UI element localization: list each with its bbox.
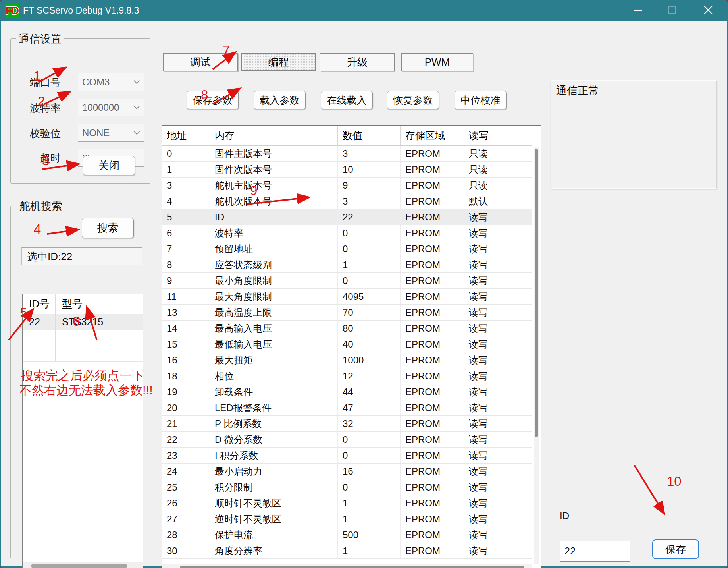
memory-row[interactable]: 1固件次版本号10EPROM只读	[162, 162, 532, 178]
memory-cell: 0	[338, 479, 401, 495]
memory-table-vscroll-thumb[interactable]	[535, 149, 538, 437]
memory-cell: 读写	[464, 495, 532, 511]
memory-cell: 4095	[338, 289, 401, 304]
memory-row[interactable]: 13最高温度上限70EPROM读写	[162, 305, 532, 321]
memory-row[interactable]: 11最大角度限制4095EPROM读写	[162, 289, 532, 305]
tab-编程[interactable]: 编程	[241, 53, 316, 71]
memory-cell: 1000	[338, 352, 401, 368]
field-label-parity-select: 校验位	[16, 127, 61, 141]
app-icon: FD	[5, 4, 19, 18]
memory-row[interactable]: 28保护电流500EPROM读写	[162, 527, 532, 543]
memory-cell: 18	[162, 368, 210, 384]
search-button[interactable]: 搜索	[82, 218, 134, 238]
id-input[interactable]: 22	[560, 541, 630, 562]
close-icon	[703, 5, 713, 15]
param-button-4[interactable]: 恢复参数	[387, 91, 439, 109]
memory-row[interactable]: 19卸载条件44EPROM读写	[162, 384, 532, 400]
memory-row[interactable]: 24最小启动力16EPROM读写	[162, 464, 532, 479]
memory-cell: 读写	[464, 464, 532, 479]
memory-row[interactable]: 0固件主版本号3EPROM只读	[162, 146, 532, 162]
memory-row[interactable]: 20LED报警条件47EPROM读写	[162, 400, 532, 416]
save-button[interactable]: 保存	[652, 539, 699, 559]
tab-升级[interactable]: 升级	[320, 53, 395, 71]
param-button-5[interactable]: 中位校准	[455, 91, 507, 109]
memory-cell: EPROM	[401, 305, 464, 320]
param-button-1[interactable]: 保存参数	[187, 91, 239, 109]
memory-cell: 只读	[464, 146, 532, 161]
memory-cell: 最高温度上限	[210, 305, 338, 320]
close-button[interactable]	[697, 0, 720, 20]
memory-cell: 30	[162, 543, 210, 558]
memory-cell: 最大扭矩	[210, 352, 338, 368]
memory-header-3: 存储区域	[401, 126, 464, 145]
memory-row[interactable]: 16最大扭矩1000EPROM读写	[162, 352, 532, 368]
memory-cell: 15	[162, 336, 210, 352]
memory-cell: 读写	[464, 416, 532, 431]
memory-cell: 3	[162, 178, 210, 193]
memory-cell: 最低输入电压	[210, 336, 338, 352]
memory-row[interactable]: 21P 比例系数32EPROM读写	[162, 416, 532, 432]
memory-cell: EPROM	[401, 464, 464, 479]
memory-row[interactable]: 9最小角度限制0EPROM读写	[162, 273, 532, 289]
memory-cell: EPROM	[401, 289, 464, 304]
memory-row[interactable]: 3舵机主版本号9EPROM只读	[162, 178, 532, 193]
servo-list-hscrollbar[interactable]	[23, 562, 143, 568]
port-select[interactable]: COM3	[78, 73, 144, 91]
memory-row[interactable]: 6波特率0EPROM读写	[162, 225, 532, 241]
param-button-3[interactable]: 在线载入	[321, 91, 373, 109]
memory-cell: 固件主版本号	[210, 146, 338, 161]
memory-cell: 只读	[464, 178, 532, 193]
chevron-down-icon	[134, 129, 140, 135]
memory-cell: 读写	[464, 400, 532, 415]
memory-cell: 16	[338, 464, 401, 479]
id-label: ID	[560, 510, 569, 522]
memory-row[interactable]: 22D 微分系数0EPROM读写	[162, 432, 532, 448]
memory-cell: 80	[338, 321, 401, 336]
memory-cell: EPROM	[401, 178, 464, 193]
memory-cell: 读写	[464, 321, 532, 336]
tab-PWM[interactable]: PWM	[401, 53, 473, 71]
memory-row[interactable]: 8应答状态级别1EPROM读写	[162, 257, 532, 273]
memory-cell: 0	[338, 273, 401, 288]
memory-row[interactable]: 15最低输入电压40EPROM读写	[162, 336, 532, 352]
memory-table-hscroll-thumb[interactable]	[180, 566, 524, 568]
memory-row[interactable]: 5ID22EPROM读写	[162, 209, 532, 225]
close-port-button[interactable]: 关闭	[83, 156, 135, 175]
maximize-button[interactable]	[661, 0, 684, 20]
memory-table-hscrollbar[interactable]	[162, 564, 532, 568]
memory-cell: 21	[162, 416, 210, 431]
baudrate-select[interactable]: 1000000	[78, 99, 144, 116]
memory-cell: 默认	[464, 193, 532, 209]
memory-table-vscrollbar[interactable]	[534, 147, 539, 564]
memory-row[interactable]: 25积分限制0EPROM读写	[162, 479, 532, 495]
servo-list-row[interactable]: 22STS3215	[23, 314, 143, 330]
memory-row[interactable]: 7预留地址0EPROM读写	[162, 241, 532, 257]
comm-settings-title: 通信设置	[16, 32, 64, 46]
annotation-number-4: 4	[34, 222, 41, 236]
memory-row[interactable]: 18相位12EPROM读写	[162, 368, 532, 384]
memory-cell: 40	[338, 336, 401, 352]
memory-cell: 9	[162, 273, 210, 288]
memory-cell: 24	[162, 464, 210, 479]
memory-row[interactable]: 27逆时针不灵敏区1EPROM读写	[162, 511, 532, 527]
app-window: FD FT SCServo Debug V1.9.8.3 通信设置 端口号COM…	[0, 0, 728, 568]
memory-cell: 逆时针不灵敏区	[210, 511, 338, 527]
servo-list-hscroll-thumb[interactable]	[31, 564, 127, 568]
parity-select[interactable]: NONE	[78, 124, 144, 142]
memory-row[interactable]: 30角度分辨率1EPROM读写	[162, 543, 532, 559]
memory-cell: EPROM	[401, 432, 464, 447]
memory-cell: 积分限制	[210, 479, 338, 495]
minimize-button[interactable]	[627, 0, 650, 20]
param-button-2[interactable]: 载入参数	[254, 91, 306, 109]
memory-row[interactable]: 14最高输入电压80EPROM读写	[162, 321, 532, 336]
memory-cell: 波特率	[210, 225, 338, 241]
servo-list: ID号 型号 22STS3215	[22, 294, 143, 568]
memory-row[interactable]: 26顺时针不灵敏区1EPROM读写	[162, 495, 532, 511]
memory-cell: EPROM	[401, 352, 464, 368]
memory-cell: 读写	[464, 241, 532, 257]
memory-row[interactable]: 23I 积分系数0EPROM读写	[162, 448, 532, 464]
memory-cell: EPROM	[401, 527, 464, 543]
servo-list-empty-row	[23, 346, 143, 362]
memory-cell: EPROM	[401, 495, 464, 511]
memory-row[interactable]: 4舵机次版本号3EPROM默认	[162, 193, 532, 209]
